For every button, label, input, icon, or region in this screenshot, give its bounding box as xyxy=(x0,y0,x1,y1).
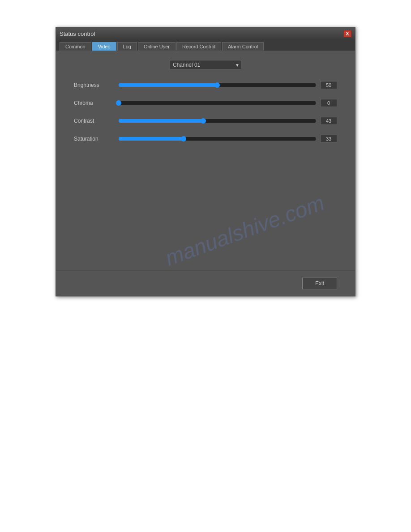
channel-select[interactable]: Channel 01 Channel 02 Channel 03 Channel… xyxy=(170,60,241,70)
contrast-slider[interactable] xyxy=(119,118,316,124)
contrast-value: 43 xyxy=(320,117,337,125)
contrast-label: Contrast xyxy=(74,118,119,124)
brightness-label: Brightness xyxy=(74,82,119,88)
exit-button[interactable]: Exit xyxy=(302,278,337,289)
tab-common[interactable]: Common xyxy=(60,42,91,51)
brightness-track xyxy=(119,83,316,87)
tab-record-control[interactable]: Record Control xyxy=(176,42,221,51)
status-control-window: Status control X Common Video Log Online… xyxy=(56,27,355,296)
chroma-thumb[interactable] xyxy=(116,100,121,106)
tab-bar: Common Video Log Online User Record Cont… xyxy=(56,40,355,51)
content-area: manualshive.com Channel 01 Channel 02 Ch… xyxy=(56,51,355,270)
window-title: Status control xyxy=(60,30,95,37)
chroma-track xyxy=(119,101,316,105)
tab-video[interactable]: Video xyxy=(92,42,116,51)
saturation-track xyxy=(119,137,316,141)
brightness-value: 50 xyxy=(320,81,337,89)
title-bar: Status control X xyxy=(56,27,355,40)
brightness-fill xyxy=(119,83,217,87)
saturation-thumb[interactable] xyxy=(181,136,186,142)
brightness-slider[interactable] xyxy=(119,82,316,88)
saturation-label: Saturation xyxy=(74,136,119,142)
saturation-row: Saturation 33 xyxy=(74,135,337,143)
footer: Exit xyxy=(56,270,355,296)
contrast-row: Contrast 43 xyxy=(74,117,337,125)
saturation-value: 33 xyxy=(320,135,337,143)
saturation-fill xyxy=(119,137,184,141)
watermark: manualshive.com xyxy=(162,190,328,271)
chroma-slider[interactable] xyxy=(119,100,316,106)
close-button[interactable]: X xyxy=(343,30,351,37)
brightness-row: Brightness 50 xyxy=(74,81,337,89)
saturation-slider[interactable] xyxy=(119,136,316,142)
tab-online-user[interactable]: Online User xyxy=(138,42,176,51)
chroma-row: Chroma 0 xyxy=(74,99,337,107)
chroma-label: Chroma xyxy=(74,100,119,106)
contrast-fill xyxy=(119,119,203,123)
chroma-value: 0 xyxy=(320,99,337,107)
channel-select-wrapper: Channel 01 Channel 02 Channel 03 Channel… xyxy=(170,60,241,70)
tab-alarm-control[interactable]: Alarm Control xyxy=(222,42,264,51)
contrast-thumb[interactable] xyxy=(201,118,206,124)
brightness-thumb[interactable] xyxy=(214,82,220,88)
channel-row: Channel 01 Channel 02 Channel 03 Channel… xyxy=(74,60,337,70)
contrast-track xyxy=(119,119,316,123)
tab-log[interactable]: Log xyxy=(117,42,137,51)
